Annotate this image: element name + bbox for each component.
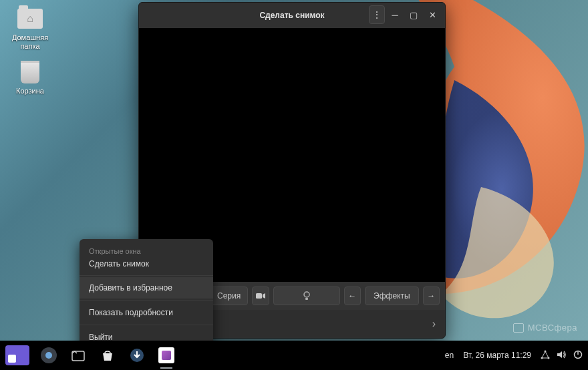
- power-icon[interactable]: [573, 350, 583, 361]
- taskbar-store-icon[interactable]: [98, 345, 118, 365]
- context-menu-header: Открытые окна: [80, 243, 213, 256]
- hamburger-menu-button[interactable]: ⋮: [369, 5, 385, 24]
- menu-separator: [80, 300, 213, 301]
- home-folder-icon[interactable]: Домашняя папка: [3, 7, 57, 51]
- arrow-right-icon: →: [427, 291, 435, 301]
- effects-next-button[interactable]: →: [423, 287, 440, 305]
- start-menu-button[interactable]: [5, 345, 29, 365]
- window-titlebar[interactable]: Сделать снимок ⋮ ─ ▢ ✕: [139, 3, 445, 28]
- context-menu-add-favorite[interactable]: Добавить в избранное: [80, 277, 213, 299]
- effects-prev-button[interactable]: ←: [344, 287, 361, 305]
- taskbar-files-icon[interactable]: [68, 345, 88, 365]
- effects-button[interactable]: Эффекты: [365, 287, 419, 305]
- home-folder-label: Домашняя папка: [3, 33, 57, 51]
- os-watermark: МСВСфера: [513, 323, 577, 333]
- taskbar-browser-icon[interactable]: [39, 345, 59, 365]
- video-icon: [256, 293, 265, 299]
- close-button[interactable]: ✕: [424, 5, 441, 24]
- maximize-button[interactable]: ▢: [405, 5, 422, 24]
- network-icon[interactable]: [541, 350, 550, 361]
- taskbar-downloads-icon[interactable]: [127, 345, 147, 365]
- chevron-right-icon: ›: [432, 318, 436, 330]
- menu-separator: [80, 275, 213, 276]
- shutter-button[interactable]: [273, 287, 340, 305]
- svg-point-4: [45, 352, 52, 359]
- burst-button[interactable]: Серия: [210, 287, 248, 305]
- window-title: Сделать снимок: [259, 11, 324, 20]
- context-menu-window-item[interactable]: Сделать снимок: [80, 256, 213, 274]
- volume-icon[interactable]: [557, 350, 567, 361]
- context-menu-show-details[interactable]: Показать подробности: [80, 302, 213, 323]
- lamp-icon: [303, 291, 311, 301]
- trash-icon[interactable]: Корзина: [3, 60, 57, 96]
- svg-rect-0: [256, 293, 262, 299]
- menu-separator: [80, 325, 213, 325]
- keyboard-layout-indicator[interactable]: en: [445, 351, 454, 360]
- svg-point-1: [304, 292, 309, 297]
- taskbar-context-menu: Открытые окна Сделать снимок Добавить в …: [80, 239, 213, 352]
- trash-label: Корзина: [3, 87, 57, 96]
- minimize-button[interactable]: ─: [386, 5, 404, 24]
- taskbar: en Вт, 26 марта 11:29: [0, 341, 588, 370]
- svg-rect-5: [72, 351, 84, 361]
- svg-rect-2: [305, 298, 308, 300]
- taskbar-camera-app-icon[interactable]: [156, 345, 176, 365]
- chevron-left-icon: ←: [348, 291, 356, 301]
- video-mode-button[interactable]: [252, 287, 269, 305]
- clock-datetime[interactable]: Вт, 26 марта 11:29: [463, 351, 531, 360]
